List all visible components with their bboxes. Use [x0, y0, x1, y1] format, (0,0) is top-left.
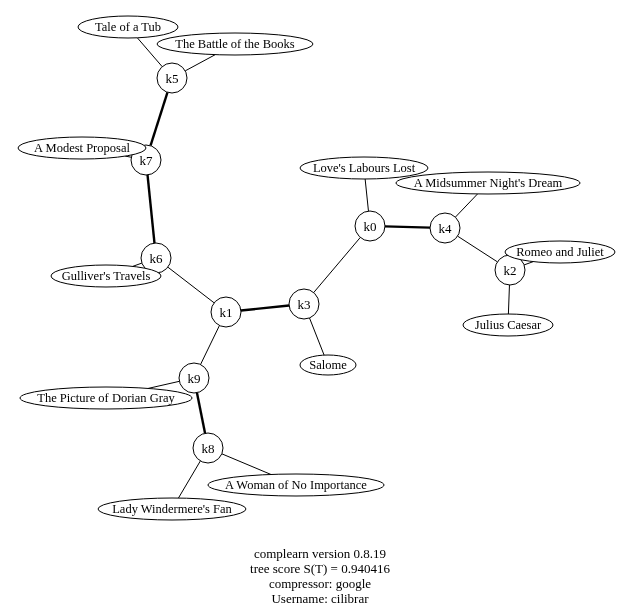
edge	[148, 381, 179, 388]
node-label-battleBooks: The Battle of the Books	[175, 37, 295, 51]
node-label-k7: k7	[140, 153, 154, 168]
footer-line-3: compressor: google	[0, 576, 640, 592]
node-label-k8: k8	[202, 441, 215, 456]
edge	[365, 179, 368, 211]
node-label-k1: k1	[220, 305, 233, 320]
footer-line-4: Username: cilibrar	[0, 591, 640, 607]
edge	[151, 92, 168, 145]
edge	[241, 306, 289, 311]
node-label-modestProposal: A Modest Proposal	[34, 141, 130, 155]
tree-diagram: k0k1k2k3k4k5k6k7k8k9Tale of a TubThe Bat…	[0, 0, 640, 607]
edge	[455, 194, 477, 217]
node-label-taleOfTub: Tale of a Tub	[95, 20, 161, 34]
node-label-salome: Salome	[309, 358, 347, 372]
node-label-midsummer: A Midsummer Night's Dream	[414, 176, 563, 190]
node-label-gullivers: Gulliver's Travels	[62, 269, 151, 283]
node-label-dorianGray: The Picture of Dorian Gray	[37, 391, 175, 405]
edge	[314, 237, 361, 292]
node-label-k6: k6	[150, 251, 164, 266]
node-label-romeoJuliet: Romeo and Juliet	[516, 245, 604, 259]
node-label-k3: k3	[298, 297, 311, 312]
edge	[168, 267, 214, 303]
edge	[201, 325, 220, 364]
footer-line-1: complearn version 0.8.19	[0, 546, 640, 562]
edge	[148, 175, 155, 243]
edge	[508, 285, 509, 314]
edge	[385, 226, 430, 227]
node-label-k4: k4	[439, 221, 453, 236]
edge	[133, 263, 142, 266]
node-label-lovesLabours: Love's Labours Lost	[313, 161, 416, 175]
node-label-juliusCaesar: Julius Caesar	[475, 318, 542, 332]
edge	[524, 262, 533, 265]
edge	[222, 454, 271, 475]
node-label-ladyWindermere: Lady Windermere's Fan	[112, 502, 232, 516]
edge	[178, 461, 200, 498]
node-label-k9: k9	[188, 371, 201, 386]
node-label-k2: k2	[504, 263, 517, 278]
node-label-k0: k0	[364, 219, 377, 234]
footer-line-2: tree score S(T) = 0.940416	[0, 561, 640, 577]
node-label-k5: k5	[166, 71, 179, 86]
edge	[309, 318, 324, 355]
edge	[185, 55, 215, 71]
edge	[197, 393, 205, 434]
edge	[458, 236, 498, 262]
node-label-womanNoImp: A Woman of No Importance	[225, 478, 367, 492]
